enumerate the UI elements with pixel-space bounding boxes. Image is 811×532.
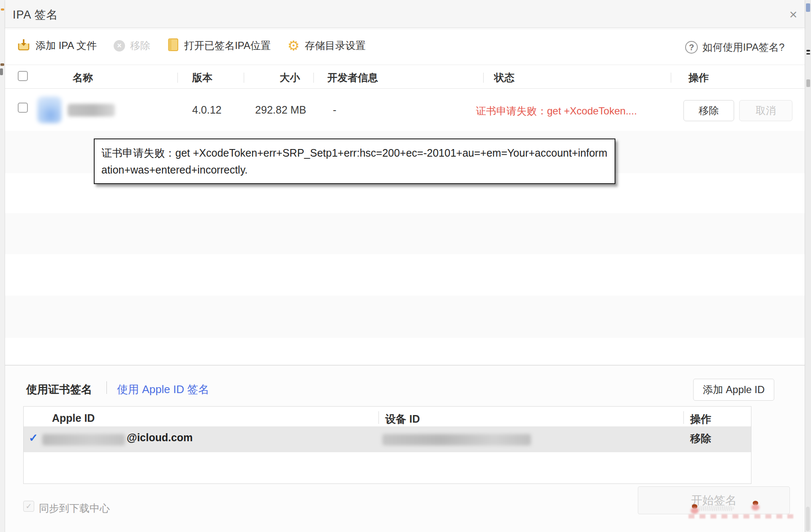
empty-row-stripe — [5, 296, 805, 338]
help-link[interactable]: ? 如何使用IPA签名? — [685, 41, 784, 54]
gear-icon: ⚙ — [288, 39, 300, 52]
pink-annotation-squiggle — [689, 514, 794, 518]
row-checkbox[interactable] — [18, 103, 28, 113]
sync-download-label: 同步到下载中心 — [39, 502, 110, 515]
scrollbar-thumb[interactable] — [806, 507, 810, 531]
title-bar — [5, 0, 805, 28]
app-name-blurred — [68, 104, 115, 117]
cell-size: 292.82 MB — [220, 104, 306, 116]
column-divider — [683, 411, 684, 424]
ipa-table-header-row — [5, 65, 805, 89]
cell-status-error: 证书申请失败：get +XcodeToken.... — [476, 104, 637, 118]
header-status: 状态 — [494, 71, 514, 84]
cell-version: 4.0.12 — [192, 104, 222, 116]
storage-settings-button[interactable]: ⚙ 存储目录设置 — [288, 39, 366, 52]
tab-divider — [106, 381, 107, 394]
check-icon: ✓ — [29, 432, 38, 445]
column-divider — [378, 411, 379, 424]
header-device-id: 设备 ID — [385, 412, 420, 426]
add-ipa-icon — [17, 38, 30, 53]
right-strip-mark — [806, 3, 810, 12]
close-icon[interactable]: × — [784, 5, 803, 24]
row-cancel-button-disabled[interactable]: 取消 — [739, 100, 792, 121]
cell-developer: - — [333, 104, 336, 116]
folder-icon — [167, 38, 179, 53]
remove-label: 移除 — [130, 39, 150, 52]
column-divider — [671, 73, 671, 83]
ipa-sign-dialog: IPA 签名 × 添加 IPA 文件 × 移除 — [0, 0, 811, 532]
watermark-squiggle — [696, 506, 734, 511]
right-strip-mark — [806, 50, 810, 52]
sync-download-checkbox-disabled[interactable]: ✓ — [23, 501, 34, 512]
select-all-checkbox[interactable] — [18, 71, 28, 81]
header-apple-id: Apple ID — [52, 412, 95, 424]
left-strip-mark — [0, 68, 3, 75]
header-actions: 操作 — [689, 71, 709, 84]
header-version: 版本 — [192, 71, 212, 84]
red-annotation-mark — [692, 504, 699, 514]
empty-row-stripe — [5, 213, 805, 254]
remove-circle-icon: × — [114, 40, 125, 52]
right-strip-mark — [806, 79, 810, 87]
tab-certificate-signing[interactable]: 使用证书签名 — [26, 382, 92, 397]
header-name: 名称 — [73, 71, 93, 84]
red-annotation-mark — [753, 501, 759, 510]
open-signed-location-button[interactable]: 打开已签名IPA位置 — [167, 38, 271, 53]
error-tooltip: 证书申请失败：get +XcodeToken+err+SRP_Setp1+err… — [94, 138, 615, 184]
add-apple-id-button[interactable]: 添加 Apple ID — [693, 379, 774, 401]
column-divider — [177, 73, 178, 83]
storage-settings-label: 存储目录设置 — [305, 39, 366, 52]
app-icon-blurred — [37, 96, 62, 123]
open-signed-location-label: 打开已签名IPA位置 — [184, 39, 271, 52]
apple-id-remove-link[interactable]: 移除 — [690, 432, 711, 445]
question-circle-icon: ? — [685, 41, 698, 54]
add-ipa-label: 添加 IPA 文件 — [35, 39, 97, 52]
dialog-title: IPA 签名 — [13, 7, 58, 22]
tab-apple-id-signing[interactable]: 使用 Apple ID 签名 — [117, 382, 209, 397]
help-label: 如何使用IPA签名? — [702, 41, 784, 54]
left-strip-mark — [0, 63, 4, 66]
add-ipa-button[interactable]: 添加 IPA 文件 — [17, 38, 97, 53]
header-size: 大小 — [237, 71, 300, 84]
column-divider — [483, 73, 484, 83]
column-divider — [313, 73, 314, 83]
row-remove-button[interactable]: 移除 — [683, 100, 734, 121]
apple-id-visible-suffix: @icloud.com — [127, 432, 193, 444]
right-strip-mark — [806, 53, 810, 54]
left-strip-mark — [1, 8, 4, 11]
background-window-right-edge — [805, 0, 811, 532]
header-apple-id-actions: 操作 — [690, 412, 711, 426]
apple-id-blurred — [42, 434, 125, 445]
header-developer: 开发者信息 — [327, 71, 378, 84]
remove-button-disabled[interactable]: × 移除 — [114, 39, 150, 52]
device-id-blurred — [382, 434, 531, 445]
toolbar: 添加 IPA 文件 × 移除 打开已签名IPA位置 ⚙ 存储目录设置 — [17, 35, 366, 56]
background-window-left-edge — [0, 0, 5, 532]
